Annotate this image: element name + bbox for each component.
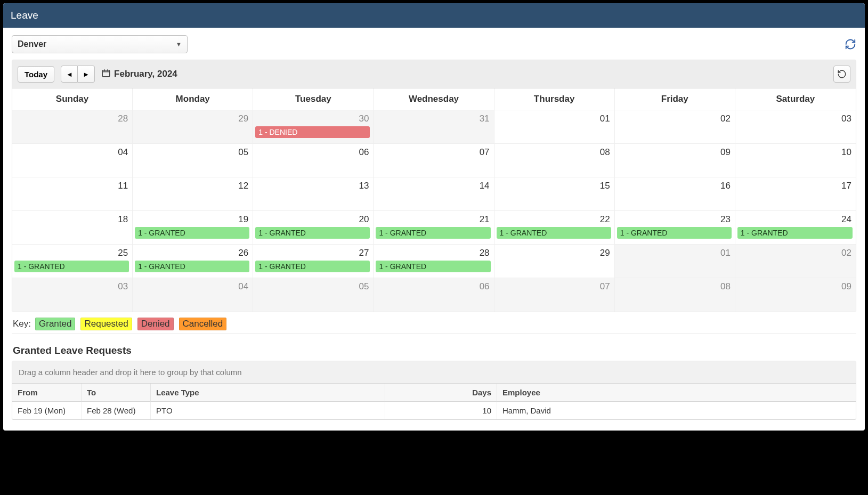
- top-row: Denver ▼: [12, 35, 856, 53]
- calendar-cell[interactable]: 06: [253, 144, 374, 177]
- calendar-cell[interactable]: 251 - GRANTED: [12, 245, 133, 278]
- calendar-reload-button[interactable]: [833, 66, 850, 83]
- calendar-day-number: 05: [359, 281, 369, 292]
- calendar-header-saturday: Saturday: [735, 88, 856, 110]
- calendar-day-number: 09: [720, 147, 731, 158]
- location-select[interactable]: Denver ▼: [12, 35, 188, 53]
- calendar-cell[interactable]: 221 - GRANTED: [494, 211, 615, 245]
- calendar-nav: ◂ ▸: [61, 66, 95, 83]
- calendar-cell[interactable]: 12: [133, 177, 253, 211]
- calendar-cell[interactable]: 231 - GRANTED: [615, 211, 735, 245]
- calendar-day-number: 05: [238, 147, 248, 158]
- calendar-event-granted[interactable]: 1 - GRANTED: [376, 227, 490, 239]
- col-from[interactable]: From: [12, 384, 82, 402]
- calendar-cell[interactable]: 01: [615, 245, 735, 278]
- calendar-icon: [101, 68, 111, 80]
- calendar-cell[interactable]: 06: [374, 278, 494, 312]
- calendar-day-number: 06: [480, 281, 490, 292]
- calendar-header-thursday: Thursday: [494, 88, 615, 110]
- calendar-day-number: 28: [118, 113, 128, 124]
- calendar-day-number: 15: [600, 181, 610, 191]
- table-row[interactable]: Feb 19 (Mon)Feb 28 (Wed)PTO10Hamm, David: [12, 402, 856, 419]
- calendar-event-granted[interactable]: 1 - GRANTED: [135, 261, 249, 272]
- calendar-cell[interactable]: 201 - GRANTED: [253, 211, 374, 245]
- calendar-event-denied[interactable]: 1 - DENIED: [255, 126, 370, 138]
- month-text: February, 2024: [114, 69, 177, 79]
- calendar-day-number: 30: [359, 113, 369, 124]
- calendar-cell[interactable]: 08: [615, 278, 735, 312]
- calendar-day-number: 01: [720, 248, 731, 258]
- calendar-day-number: 21: [480, 214, 490, 225]
- col-leave-type[interactable]: Leave Type: [151, 384, 385, 402]
- calendar-cell[interactable]: 241 - GRANTED: [735, 211, 856, 245]
- month-label[interactable]: February, 2024: [101, 68, 177, 80]
- col-days[interactable]: Days: [385, 384, 497, 402]
- calendar-event-granted[interactable]: 1 - GRANTED: [14, 261, 129, 272]
- calendar-cell[interactable]: 15: [494, 177, 615, 211]
- calendar-day-number: 03: [118, 281, 128, 292]
- calendar-cell[interactable]: 04: [12, 144, 133, 177]
- calendar-cell[interactable]: 31: [374, 110, 494, 144]
- calendar-cell[interactable]: 29: [494, 245, 615, 278]
- calendar-cell[interactable]: 191 - GRANTED: [133, 211, 253, 245]
- calendar-day-number: 31: [480, 113, 490, 124]
- calendar-header-wednesday: Wednesday: [374, 88, 494, 110]
- calendar-cell[interactable]: 03: [735, 110, 856, 144]
- calendar-day-number: 09: [841, 281, 851, 292]
- calendar-cell[interactable]: 05: [133, 144, 253, 177]
- calendar-day-number: 11: [118, 181, 128, 191]
- calendar-cell[interactable]: 17: [735, 177, 856, 211]
- calendar-day-number: 06: [359, 147, 369, 158]
- col-to[interactable]: To: [82, 384, 151, 402]
- next-month-button[interactable]: ▸: [78, 66, 95, 83]
- calendar-day-number: 08: [600, 147, 610, 158]
- refresh-icon[interactable]: [845, 38, 856, 50]
- calendar-cell[interactable]: 18: [12, 211, 133, 245]
- grid-group-bar[interactable]: Drag a column header and drop it here to…: [12, 361, 856, 384]
- calendar-cell[interactable]: 01: [494, 110, 615, 144]
- calendar-event-granted[interactable]: 1 - GRANTED: [255, 227, 370, 239]
- calendar-day-number: 02: [720, 113, 731, 124]
- cell-days: 10: [385, 402, 497, 419]
- calendar-cell[interactable]: 07: [494, 278, 615, 312]
- calendar-cell[interactable]: 04: [133, 278, 253, 312]
- calendar-cell[interactable]: 02: [735, 245, 856, 278]
- calendar-cell[interactable]: 28: [12, 110, 133, 144]
- calendar-event-granted[interactable]: 1 - GRANTED: [497, 227, 611, 239]
- calendar-cell[interactable]: 09: [735, 278, 856, 312]
- calendar-day-number: 27: [359, 248, 369, 258]
- calendar-cell[interactable]: 08: [494, 144, 615, 177]
- calendar-cell[interactable]: 13: [253, 177, 374, 211]
- calendar-cell[interactable]: 05: [253, 278, 374, 312]
- calendar-event-granted[interactable]: 1 - GRANTED: [737, 227, 853, 239]
- calendar-day-number: 23: [720, 214, 731, 225]
- calendar-cell[interactable]: 211 - GRANTED: [374, 211, 494, 245]
- calendar-cell[interactable]: 16: [615, 177, 735, 211]
- calendar-cell[interactable]: 29: [133, 110, 253, 144]
- page-header: Leave: [3, 3, 865, 28]
- col-employee[interactable]: Employee: [497, 384, 856, 402]
- calendar-cell[interactable]: 281 - GRANTED: [374, 245, 494, 278]
- calendar-cell[interactable]: 301 - DENIED: [253, 110, 374, 144]
- today-button[interactable]: Today: [18, 66, 54, 83]
- calendar-event-granted[interactable]: 1 - GRANTED: [255, 261, 370, 272]
- calendar-cell[interactable]: 09: [615, 144, 735, 177]
- calendar-day-number: 04: [238, 281, 248, 292]
- calendar-event-granted[interactable]: 1 - GRANTED: [376, 261, 490, 272]
- calendar-row: 04050607080910: [12, 144, 856, 177]
- calendar-cell[interactable]: 02: [615, 110, 735, 144]
- calendar-event-granted[interactable]: 1 - GRANTED: [617, 227, 732, 239]
- calendar-cell[interactable]: 07: [374, 144, 494, 177]
- calendar-cell[interactable]: 03: [12, 278, 133, 312]
- calendar-day-number: 25: [118, 248, 128, 258]
- granted-grid: Drag a column header and drop it here to…: [12, 361, 856, 420]
- calendar-cell[interactable]: 14: [374, 177, 494, 211]
- page-title: Leave: [11, 10, 38, 21]
- calendar-cell[interactable]: 261 - GRANTED: [133, 245, 253, 278]
- prev-month-button[interactable]: ◂: [61, 66, 78, 83]
- calendar-event-granted[interactable]: 1 - GRANTED: [135, 227, 249, 239]
- calendar-cell[interactable]: 11: [12, 177, 133, 211]
- calendar-cell[interactable]: 10: [735, 144, 856, 177]
- calendar-cell[interactable]: 271 - GRANTED: [253, 245, 374, 278]
- granted-section-title: Granted Leave Requests: [13, 345, 856, 356]
